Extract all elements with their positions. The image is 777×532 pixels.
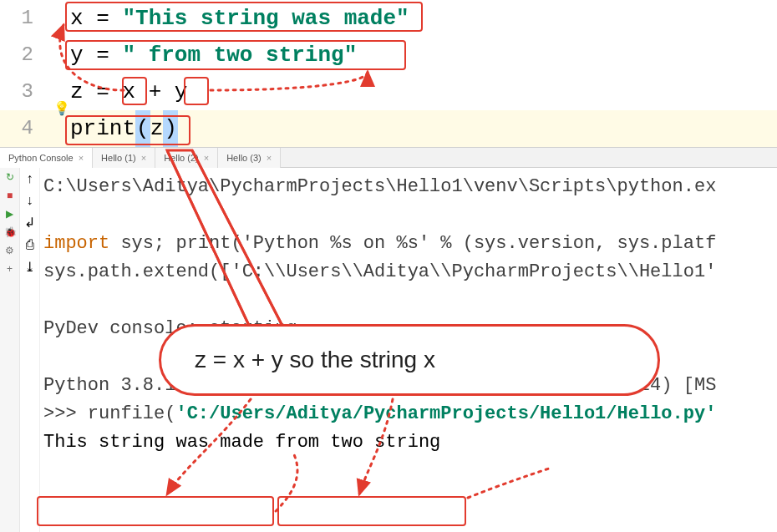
bracket-highlight: ) (163, 110, 178, 147)
console-runfile-path: C:/Users/Aditya/PycharmProjects/Hello1/H… (187, 403, 706, 424)
plus-icon[interactable]: + (4, 263, 16, 275)
console-path: C:\Users\Aditya\PycharmProjects\Hello1\v… (43, 176, 716, 197)
code-content[interactable]: x = "This string was made" (50, 0, 777, 37)
tab-hello-3[interactable]: Hello (3) × (218, 148, 281, 168)
tab-label: Hello (2) (164, 148, 199, 168)
bracket-highlight: ( (135, 110, 150, 147)
debug-icon[interactable]: 🐞 (4, 226, 16, 238)
console-syspath: sys.path.extend(['C:\\Users\\Aditya\\Pyc… (43, 261, 716, 282)
play-icon[interactable]: ▶ (4, 208, 16, 220)
console-runfile: runfile (88, 403, 165, 424)
console-tab-bar: Python Console × Hello (1) × Hello (2) ×… (0, 148, 777, 168)
tab-label: Hello (1) (101, 148, 136, 168)
scroll-icon[interactable]: ⤓ (24, 259, 35, 275)
close-icon[interactable]: × (141, 148, 146, 168)
stop-icon[interactable]: ■ (4, 190, 16, 201)
code-content[interactable]: z = x + y (50, 73, 777, 110)
tab-label: Hello (3) (226, 148, 262, 168)
console-import-kw: import (43, 233, 109, 254)
code-editor[interactable]: 1 x = "This string was made" 2 y = " fro… (0, 0, 777, 148)
line-number: 1 (0, 0, 50, 37)
close-icon[interactable]: × (267, 148, 272, 168)
console-toolbar-left-2: ↑ ↓ ↲ ⎙ ⤓ (20, 168, 40, 532)
line-number: 4 (0, 110, 50, 147)
console-prompt: >>> (43, 403, 88, 424)
tab-hello-1[interactable]: Hello (1) × (93, 148, 155, 168)
gear-icon[interactable]: ⚙ (4, 245, 16, 256)
console-output-part-b: from two string (264, 432, 440, 453)
up-icon[interactable]: ↑ (27, 171, 33, 186)
tab-label: Python Console (8, 148, 74, 168)
code-content[interactable]: y = " from two string" (50, 37, 777, 73)
wrap-icon[interactable]: ↲ (24, 215, 35, 231)
line-number: 3 (0, 73, 50, 110)
close-icon[interactable]: × (79, 148, 84, 168)
rerun-icon[interactable]: ↻ (4, 171, 16, 183)
code-line-4[interactable]: 4 print(z) (0, 110, 777, 147)
down-icon[interactable]: ↓ (27, 193, 33, 208)
console-output-part-a: This string was made (43, 432, 264, 453)
code-line-1[interactable]: 1 x = "This string was made" (0, 0, 777, 37)
code-line-3[interactable]: 3 z = x + y (0, 73, 777, 110)
console-toolbar-left: ↻ ■ ▶ 🐞 ⚙ + (0, 168, 20, 532)
code-content[interactable]: print(z) (50, 110, 777, 147)
tab-hello-2[interactable]: Hello (2) × (155, 148, 218, 168)
annotation-callout: z = x + y so the string x (159, 324, 660, 396)
code-line-2[interactable]: 2 y = " from two string" (0, 37, 777, 73)
print-icon[interactable]: ⎙ (26, 237, 34, 252)
line-number: 2 (0, 37, 50, 73)
console-import-rest: sys; print('Python %s on %s' % (sys.vers… (109, 233, 716, 254)
close-icon[interactable]: × (204, 148, 209, 168)
tab-python-console[interactable]: Python Console × (0, 148, 93, 168)
callout-text: z = x + y so the string x (195, 347, 435, 372)
